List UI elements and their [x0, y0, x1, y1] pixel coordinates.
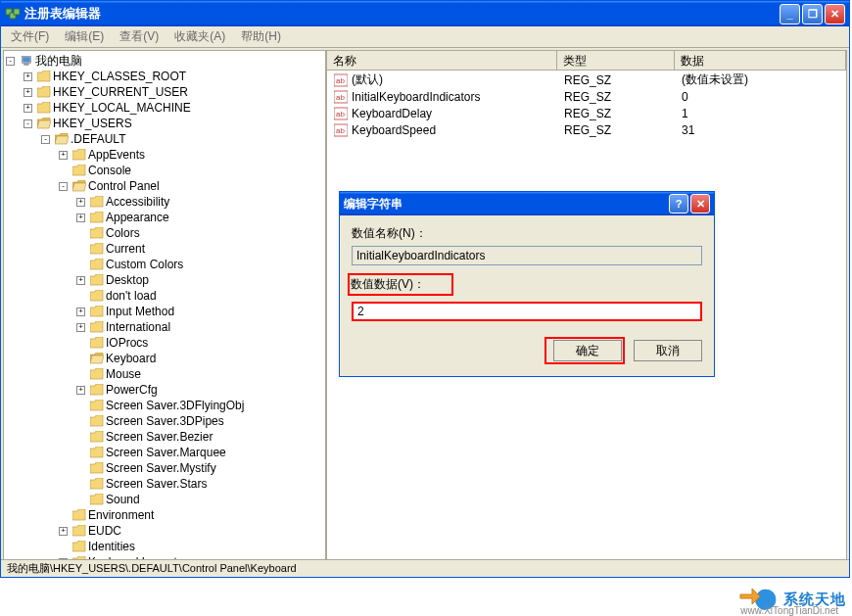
menu-help[interactable]: 帮助(H)	[235, 26, 287, 47]
list-row[interactable]: InitialKeyboardIndicators REG_SZ 0	[328, 88, 845, 105]
list-header: 名称 类型 数据	[327, 51, 846, 71]
col-header-name[interactable]: 名称	[327, 51, 557, 70]
expander-icon[interactable]: +	[76, 386, 85, 395]
tree-ss3dpipes[interactable]: Screen Saver.3DPipes	[76, 413, 323, 429]
tree-label: Input Method	[106, 305, 174, 318]
tree-label: Screen Saver.Bezier	[106, 430, 213, 444]
expander-icon[interactable]: +	[76, 276, 85, 285]
expander-icon[interactable]: -	[24, 119, 32, 128]
cell-type: REG_SZ	[558, 123, 676, 137]
tree-identities[interactable]: Identities	[59, 539, 323, 554]
tree-ss3dflying[interactable]: Screen Saver.3DFlyingObj	[76, 398, 323, 413]
tree-inputmethod[interactable]: +Input Method	[76, 304, 323, 319]
tree-accessibility[interactable]: +Accessibility	[76, 194, 323, 210]
tree-mouse[interactable]: Mouse	[76, 366, 323, 382]
expander-icon[interactable]: +	[59, 527, 68, 536]
value-name-input[interactable]	[352, 246, 702, 265]
folder-icon	[90, 400, 104, 411]
tree-console[interactable]: Console	[59, 163, 323, 178]
cell-data: 0	[676, 90, 845, 104]
tree-root[interactable]: -我的电脑	[6, 53, 323, 69]
list-row[interactable]: (默认) REG_SZ (数值未设置)	[328, 71, 845, 88]
expander-icon[interactable]: +	[59, 151, 68, 160]
expander-icon[interactable]: +	[24, 104, 32, 113]
tree-label: HKEY_CURRENT_USER	[53, 85, 188, 99]
tree-powercfg[interactable]: +PowerCfg	[76, 382, 323, 398]
tree-ssmarquee[interactable]: Screen Saver.Marquee	[76, 445, 323, 460]
close-button[interactable]: ✕	[825, 4, 845, 24]
tree-appearance[interactable]: +Appearance	[76, 210, 323, 225]
tree-customcolors[interactable]: Custom Colors	[76, 257, 323, 272]
cancel-button[interactable]: 取消	[634, 340, 702, 361]
tree-label: Screen Saver.Stars	[106, 477, 207, 491]
tree-label: International	[106, 320, 170, 334]
tree-dontload[interactable]: don't load	[76, 288, 323, 304]
tree-panel[interactable]: -我的电脑 +HKEY_CLASSES_ROOT +HKEY_CURRENT_U…	[4, 51, 327, 562]
menubar: 文件(F) 编辑(E) 查看(V) 收藏夹(A) 帮助(H)	[1, 26, 849, 48]
tree-colors[interactable]: Colors	[76, 225, 323, 241]
folder-icon	[90, 196, 104, 208]
tree-hkcr[interactable]: +HKEY_CLASSES_ROOT	[24, 69, 323, 84]
tree-hkcu[interactable]: +HKEY_CURRENT_USER	[24, 84, 323, 100]
folder-icon	[90, 227, 104, 239]
dialog-close-button[interactable]: ✕	[690, 194, 710, 213]
tree-keyboard[interactable]: Keyboard	[76, 351, 323, 366]
tree-ioprocs[interactable]: IOProcs	[76, 335, 323, 351]
list-row[interactable]: KeyboardDelay REG_SZ 1	[328, 105, 845, 121]
tree-ssmystify[interactable]: Screen Saver.Mystify	[76, 460, 323, 476]
col-header-data[interactable]: 数据	[675, 51, 846, 70]
expander-icon[interactable]: -	[41, 135, 50, 144]
tree-hku[interactable]: -HKEY_USERS	[24, 116, 323, 131]
tree-hklm[interactable]: +HKEY_LOCAL_MACHINE	[24, 100, 323, 116]
folder-open-icon	[55, 133, 69, 145]
expander-icon[interactable]: +	[76, 198, 85, 207]
cell-type: REG_SZ	[558, 90, 676, 104]
expander-icon[interactable]: +	[24, 88, 32, 97]
expander-icon[interactable]: +	[76, 213, 85, 222]
help-button[interactable]: ?	[669, 194, 688, 213]
expander-icon[interactable]: -	[6, 57, 15, 66]
menu-file[interactable]: 文件(F)	[5, 26, 55, 47]
value-data-input[interactable]	[352, 302, 702, 321]
tree-appevents[interactable]: +AppEvents	[59, 147, 323, 163]
menu-edit[interactable]: 编辑(E)	[59, 26, 110, 47]
col-header-type[interactable]: 类型	[557, 51, 675, 70]
cell-name: KeyboardSpeed	[352, 123, 436, 137]
tree-controlpanel[interactable]: -Control Panel	[59, 178, 323, 194]
value-name-label: 数值名称(N)：	[352, 225, 702, 242]
ok-button[interactable]: 确定	[553, 340, 622, 361]
tree-label: PowerCfg	[106, 383, 158, 397]
dialog-titlebar: 编辑字符串 ? ✕	[340, 192, 714, 215]
tree-eudc[interactable]: +EUDC	[59, 523, 323, 539]
list-row[interactable]: KeyboardSpeed REG_SZ 31	[328, 121, 845, 138]
tree-label: Colors	[106, 226, 140, 240]
expander-icon[interactable]: +	[76, 308, 85, 316]
window-title: 注册表编辑器	[24, 5, 780, 23]
tree-label: Screen Saver.3DPipes	[106, 414, 224, 428]
tree-ssbezier[interactable]: Screen Saver.Bezier	[76, 429, 323, 445]
tree-environment[interactable]: Environment	[59, 507, 323, 523]
tree-label: 我的电脑	[35, 53, 82, 70]
menu-view[interactable]: 查看(V)	[114, 26, 165, 47]
tree-international[interactable]: +International	[76, 319, 323, 335]
menu-favorites[interactable]: 收藏夹(A)	[168, 26, 231, 47]
tree-label: .DEFAULT	[71, 132, 125, 146]
tree-label: Console	[88, 164, 131, 177]
cell-type: REG_SZ	[558, 107, 676, 120]
tree-sound[interactable]: Sound	[76, 492, 323, 507]
minimize-button[interactable]: _	[780, 4, 800, 24]
tree-ssstars[interactable]: Screen Saver.Stars	[76, 476, 323, 492]
reg-string-icon	[334, 90, 348, 104]
tree-current[interactable]: Current	[76, 241, 323, 257]
tree-label: Custom Colors	[106, 258, 183, 271]
folder-icon	[90, 478, 104, 490]
tree-default[interactable]: -.DEFAULT	[41, 131, 323, 147]
tree-desktop[interactable]: +Desktop	[76, 272, 323, 288]
expander-icon[interactable]: -	[59, 182, 68, 191]
maximize-button[interactable]: ❐	[802, 4, 823, 24]
tree-label: Environment	[88, 508, 154, 522]
expander-icon[interactable]: +	[76, 323, 85, 332]
expander-icon[interactable]: +	[24, 72, 32, 81]
value-data-label: 数值数据(V)：	[351, 276, 450, 293]
tree-label: Accessibility	[106, 195, 169, 209]
